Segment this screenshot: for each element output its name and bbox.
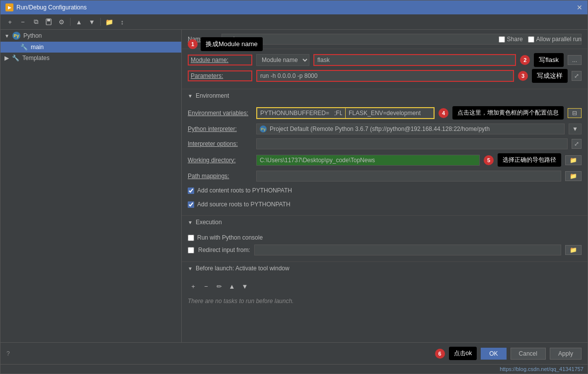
python-interp-display: Py Project Default (Remote Python 3.6.7 …: [256, 124, 565, 134]
before-launch-add-button[interactable]: +: [188, 281, 199, 292]
templates-label: Templates: [22, 55, 50, 62]
share-checkbox-label[interactable]: Share: [499, 36, 523, 43]
before-launch-section: + − ✏ ▲ ▼ There are no tasks to run befo…: [182, 275, 588, 312]
copy-config-button[interactable]: ⧉: [30, 16, 41, 27]
before-launch-section-header: ▼ Before launch: Activate tool window: [182, 261, 588, 275]
add-content-roots-checkbox[interactable]: [188, 187, 194, 194]
execution-section-title: Execution: [196, 219, 222, 226]
parameters-label: Parameters:: [188, 70, 252, 81]
module-name-row: 1 换成Module name Module name: Module name…: [188, 53, 582, 67]
allow-parallel-checkbox-label[interactable]: Allow parallel run: [528, 36, 582, 43]
move-up-button[interactable]: ▲: [74, 16, 84, 27]
redirect-input-row: Redirect input from: 📁: [188, 245, 582, 255]
env-vars-input[interactable]: [257, 108, 345, 118]
env-section-arrow[interactable]: ▼: [188, 93, 193, 99]
path-mappings-browse[interactable]: 📁: [565, 171, 582, 181]
add-config-button[interactable]: +: [4, 16, 15, 27]
add-content-roots-row: Add content roots to PYTHONPATH: [188, 186, 582, 195]
redirect-input-browse[interactable]: 📁: [565, 245, 582, 255]
sort-button[interactable]: ↕: [117, 16, 128, 27]
env-vars-extra-input[interactable]: [345, 108, 434, 118]
interp-options-row: Interpreter options: ⤢: [188, 138, 582, 149]
python-small-icon: Py: [260, 125, 267, 132]
module-name-input[interactable]: [313, 54, 516, 66]
env-vars-row: Environment variables: 4 点击这里，增加黄色框的两个配置…: [188, 106, 582, 120]
sidebar-item-main[interactable]: 🔧 main: [0, 42, 181, 53]
url-bar: https://blog.csdn.net/qq_41341757: [500, 366, 584, 372]
env-vars-button[interactable]: ⊟: [568, 108, 582, 118]
annotation-2-text: 写flask: [534, 53, 564, 67]
redirect-input-field[interactable]: [254, 245, 561, 255]
execution-arrow[interactable]: ▼: [188, 220, 193, 225]
execution-section: Run with Python console Redirect input f…: [182, 229, 588, 259]
interp-options-label: Interpreter options:: [188, 140, 252, 147]
annotation-5-text: 选择正确的导包路径: [498, 153, 561, 167]
before-launch-down-button[interactable]: ▼: [239, 281, 250, 292]
apply-button[interactable]: Apply: [550, 348, 582, 360]
move-down-button[interactable]: ▼: [86, 16, 97, 27]
annotation-1-bubble: 1: [188, 39, 198, 49]
folder-button[interactable]: 📁: [104, 16, 115, 27]
interp-options-input[interactable]: [256, 138, 568, 149]
before-launch-remove-button[interactable]: −: [201, 281, 212, 292]
before-launch-up-button[interactable]: ▲: [226, 281, 237, 292]
parameters-input[interactable]: [256, 70, 514, 82]
run-python-console-row: Run with Python console: [188, 233, 582, 243]
title-bar: ▶ Run/Debug Configurations ✕: [0, 0, 588, 14]
working-dir-row: Working directory: 5 选择正确的导包路径 📁: [188, 153, 582, 167]
interp-options-expand[interactable]: ⤢: [572, 139, 582, 149]
module-type-dropdown[interactable]: Module name Script path: [256, 54, 309, 66]
env-vars-label: Environment variables:: [188, 110, 252, 117]
python-group-label: Python: [23, 32, 42, 39]
sidebar-item-templates[interactable]: ▶ 🔧 Templates: [0, 53, 181, 63]
python-group-arrow: ▼: [4, 33, 9, 39]
working-dir-label: Working directory:: [188, 157, 252, 164]
right-panel: Name: Share Allow parallel run: [182, 30, 588, 342]
cancel-button[interactable]: Cancel: [511, 348, 546, 360]
help-icon[interactable]: ?: [6, 350, 10, 357]
config-section: 1 换成Module name Module name: Module name…: [182, 49, 588, 213]
add-source-roots-label: Add source roots to PYTHONPATH: [197, 201, 291, 208]
working-dir-input[interactable]: [256, 155, 480, 166]
share-checkbox[interactable]: [499, 36, 505, 43]
annotation-6-bubble: 6: [435, 349, 445, 359]
annotation-2-bubble: 2: [520, 55, 530, 65]
main-content: ▼ Py Python 🔧 main ▶ 🔧 Templates Name:: [0, 30, 588, 342]
toolbar: + − ⧉ ⚙ ▲ ▼ 📁 ↕: [0, 14, 588, 30]
before-launch-arrow[interactable]: ▼: [188, 266, 193, 271]
working-dir-browse[interactable]: 📁: [565, 155, 582, 165]
ok-button[interactable]: OK: [481, 348, 506, 360]
python-group-header[interactable]: ▼ Py Python: [0, 30, 181, 42]
environment-section-header: ▼ Environment: [182, 89, 588, 102]
python-interp-dropdown[interactable]: ▼: [569, 124, 582, 134]
svg-rect-1: [47, 19, 50, 21]
remove-config-button[interactable]: −: [17, 16, 28, 27]
before-launch-edit-button[interactable]: ✏: [214, 281, 224, 292]
allow-parallel-checkbox[interactable]: [528, 36, 534, 43]
main-item-icon: 🔧: [20, 44, 28, 51]
path-mappings-input[interactable]: [256, 171, 561, 182]
wrench-button[interactable]: ⚙: [56, 16, 67, 27]
path-mappings-label: Path mappings:: [188, 173, 252, 180]
main-item-label: main: [31, 44, 44, 51]
dialog-title: Run/Debug Configurations: [16, 4, 86, 11]
redirect-input-checkbox[interactable]: [188, 247, 194, 253]
annotation-3-text: 写成这样: [532, 69, 568, 83]
python-interp-row: Python interpreter: Py Project Default (…: [188, 124, 582, 134]
add-source-roots-checkbox[interactable]: [188, 201, 194, 208]
python-interp-value: Project Default (Remote Python 3.6.7 (sf…: [270, 125, 490, 132]
annotation-5-bubble: 5: [484, 155, 494, 165]
params-expand-button[interactable]: ⤢: [572, 71, 582, 81]
before-launch-toolbar: + − ✏ ▲ ▼: [188, 279, 582, 294]
redirect-input-label: Redirect input from:: [198, 247, 250, 253]
module-browse-button[interactable]: ...: [568, 55, 582, 65]
python-icon: Py: [12, 32, 20, 40]
save-config-button[interactable]: [43, 16, 54, 27]
templates-arrow: ▶: [4, 55, 9, 62]
annotation-4-text: 点击这里，增加黄色框的两个配置信息: [452, 106, 564, 120]
dialog-icon: ▶: [5, 3, 13, 11]
python-interp-label: Python interpreter:: [188, 125, 252, 132]
close-button[interactable]: ✕: [577, 3, 583, 11]
left-panel: ▼ Py Python 🔧 main ▶ 🔧 Templates: [0, 30, 182, 342]
run-python-console-checkbox[interactable]: [188, 235, 194, 241]
